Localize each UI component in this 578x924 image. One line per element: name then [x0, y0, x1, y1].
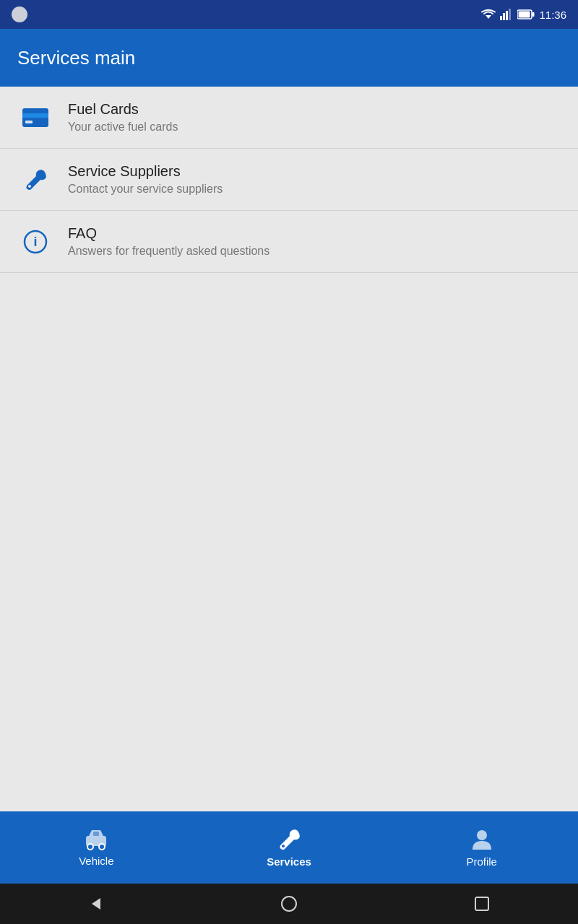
signal-icon	[500, 9, 513, 20]
fuel-cards-item[interactable]: Fuel Cards Your active fuel cards	[0, 87, 578, 149]
fuel-cards-subtitle: Your active fuel cards	[68, 121, 178, 134]
svg-marker-0	[486, 15, 491, 19]
svg-marker-18	[92, 898, 100, 910]
info-icon: i	[17, 230, 53, 254]
svg-point-14	[87, 844, 93, 850]
wrench-icon	[17, 168, 53, 191]
svg-rect-3	[506, 11, 508, 20]
svg-rect-9	[22, 113, 48, 118]
vehicle-icon	[83, 829, 109, 850]
status-bar-left	[12, 6, 27, 22]
tab-vehicle[interactable]: Vehicle	[0, 811, 193, 884]
faq-text: FAQ Answers for frequently asked questio…	[68, 225, 269, 258]
service-suppliers-item[interactable]: Service Suppliers Contact your service s…	[0, 149, 578, 211]
svg-rect-1	[500, 16, 502, 20]
time-display: 11:36	[539, 9, 566, 21]
svg-point-15	[99, 844, 105, 850]
faq-item[interactable]: i FAQ Answers for frequently asked quest…	[0, 211, 578, 273]
status-bar-right: 11:36	[481, 9, 566, 21]
service-suppliers-text: Service Suppliers Contact your service s…	[68, 163, 223, 196]
svg-text:i: i	[33, 235, 37, 249]
svg-point-19	[282, 897, 296, 911]
app-bar: Services main	[0, 29, 578, 87]
content-area: Fuel Cards Your active fuel cards Servic…	[0, 87, 578, 811]
svg-rect-7	[519, 12, 530, 18]
tab-vehicle-label: Vehicle	[79, 855, 113, 867]
home-icon	[280, 895, 298, 912]
faq-title: FAQ	[68, 225, 269, 242]
recents-icon	[474, 896, 490, 912]
status-circle-icon	[12, 6, 27, 22]
tab-services[interactable]: Services	[193, 811, 386, 884]
fuel-cards-title: Fuel Cards	[68, 101, 178, 118]
back-button[interactable]	[83, 891, 109, 917]
battery-icon	[517, 9, 535, 19]
status-bar: 11:36	[0, 0, 578, 29]
fuel-cards-text: Fuel Cards Your active fuel cards	[68, 101, 178, 134]
tab-profile-label: Profile	[466, 855, 497, 868]
page-title: Services main	[17, 47, 135, 69]
svg-rect-2	[503, 13, 505, 20]
svg-rect-10	[25, 121, 33, 123]
faq-subtitle: Answers for frequently asked questions	[68, 245, 269, 258]
android-nav-bar	[0, 884, 578, 924]
services-icon	[277, 828, 301, 851]
svg-rect-6	[532, 12, 535, 17]
back-icon	[87, 895, 105, 912]
credit-card-icon	[17, 108, 53, 127]
svg-rect-20	[475, 897, 488, 910]
svg-point-17	[477, 830, 487, 840]
home-button[interactable]	[276, 891, 302, 917]
wifi-icon	[481, 9, 496, 20]
svg-rect-16	[93, 832, 99, 836]
svg-rect-4	[509, 9, 511, 20]
bottom-nav: Vehicle Services Profile	[0, 811, 578, 884]
recents-button[interactable]	[469, 891, 495, 917]
profile-icon	[471, 828, 493, 851]
tab-profile[interactable]: Profile	[385, 811, 578, 884]
service-suppliers-subtitle: Contact your service suppliers	[68, 183, 223, 196]
service-suppliers-title: Service Suppliers	[68, 163, 223, 180]
tab-services-label: Services	[267, 855, 311, 868]
